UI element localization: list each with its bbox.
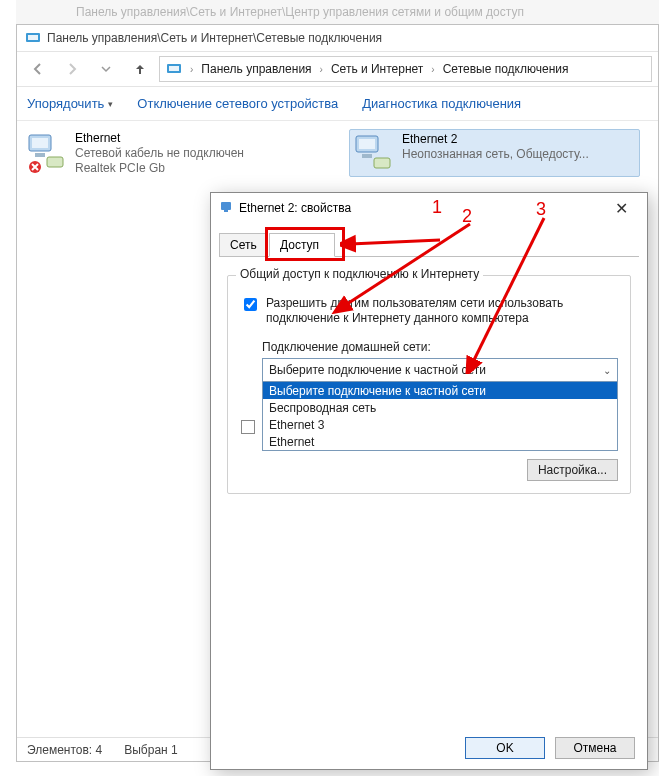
up-button[interactable] [125, 55, 155, 83]
breadcrumb-segment[interactable]: Сеть и Интернет [325, 57, 429, 81]
svg-rect-14 [224, 210, 228, 212]
home-network-label: Подключение домашней сети: [262, 340, 618, 354]
chevron-down-icon: ⌄ [603, 365, 611, 376]
breadcrumb-segment[interactable]: Панель управления [195, 57, 317, 81]
connection-status: Сетевой кабель не подключен [75, 146, 244, 161]
command-bar: Упорядочить▾ Отключение сетевого устройс… [17, 87, 658, 121]
svg-rect-5 [32, 138, 48, 148]
cancel-button[interactable]: Отмена [555, 737, 635, 759]
combo-option[interactable]: Беспроводная сеть [263, 399, 617, 416]
chevron-right-icon: › [318, 64, 325, 75]
group-title: Общий доступ к подключению к Интернету [236, 267, 483, 281]
combo-option[interactable]: Выберите подключение к частной сети [263, 382, 617, 399]
allow-control-checkbox[interactable] [241, 420, 255, 434]
forward-button[interactable] [57, 55, 87, 83]
svg-rect-11 [362, 154, 372, 158]
home-network-combo[interactable]: Выберите подключение к частной сети ⌄ Вы… [262, 358, 618, 451]
dialog-titlebar: Ethernet 2: свойства ✕ [211, 193, 647, 223]
address-bar[interactable]: › Панель управления › Сеть и Интернет › … [159, 56, 652, 82]
ics-group: Общий доступ к подключению к Интернету Р… [227, 275, 631, 494]
status-selected-count: Выбран 1 [124, 743, 177, 757]
dialog-body: Общий доступ к подключению к Интернету Р… [211, 257, 647, 494]
connection-name: Ethernet [75, 131, 244, 146]
connection-item-selected[interactable]: Ethernet 2 Неопознанная сеть, Общедосту.… [349, 129, 640, 177]
background-window-fragment: Панель управления\Сеть и Интернет\Центр … [16, 0, 659, 24]
svg-rect-3 [169, 66, 179, 71]
svg-rect-1 [28, 35, 38, 40]
svg-rect-13 [221, 202, 231, 210]
status-items-count: Элементов: 4 [27, 743, 102, 757]
nav-row: › Панель управления › Сеть и Интернет › … [17, 51, 658, 87]
organize-menu[interactable]: Упорядочить▾ [27, 96, 113, 111]
chevron-right-icon: › [188, 64, 195, 75]
adapter-icon [219, 200, 233, 217]
allow-sharing-label: Разрешить другим пользователям сети испо… [266, 296, 618, 326]
connection-item[interactable]: Ethernet Сетевой кабель не подключен Rea… [25, 131, 244, 176]
settings-button[interactable]: Настройка... [527, 459, 618, 481]
dialog-footer: OK Отмена [465, 737, 635, 759]
svg-rect-6 [35, 153, 45, 157]
recent-dropdown[interactable] [91, 55, 121, 83]
diagnose-button[interactable]: Диагностика подключения [362, 96, 521, 111]
allow-sharing-checkbox[interactable] [244, 298, 257, 311]
network-adapter-icon [25, 131, 67, 173]
window-icon [25, 30, 41, 46]
window-title: Панель управления\Сеть и Интернет\Сетевы… [47, 31, 382, 45]
connection-device: Realtek PCIe Gb [75, 161, 244, 176]
tab-strip: Сеть Доступ [219, 229, 639, 257]
tab-sharing[interactable]: Доступ [269, 233, 335, 257]
disable-device-button[interactable]: Отключение сетевого устройства [137, 96, 338, 111]
combo-selected-value: Выберите подключение к частной сети [269, 363, 486, 377]
chevron-right-icon: › [429, 64, 436, 75]
tab-network[interactable]: Сеть [219, 233, 267, 257]
combo-option[interactable]: Ethernet 3 [263, 416, 617, 433]
svg-rect-10 [359, 139, 375, 149]
titlebar: Панель управления\Сеть и Интернет\Сетевы… [17, 25, 658, 51]
close-button[interactable]: ✕ [603, 195, 639, 221]
chevron-down-icon: ▾ [108, 99, 113, 109]
connection-name: Ethernet 2 [402, 132, 589, 147]
ok-button[interactable]: OK [465, 737, 545, 759]
svg-rect-12 [374, 158, 390, 168]
breadcrumb-segment[interactable]: Сетевые подключения [437, 57, 575, 81]
ethernet-properties-dialog: Ethernet 2: свойства ✕ Сеть Доступ Общий… [210, 192, 648, 770]
combo-dropdown-list: Выберите подключение к частной сети Бесп… [263, 381, 617, 450]
dialog-title: Ethernet 2: свойства [239, 201, 351, 215]
connection-status: Неопознанная сеть, Общедосту... [402, 147, 589, 162]
address-icon [160, 57, 188, 81]
back-button[interactable] [23, 55, 53, 83]
combo-option[interactable]: Ethernet [263, 433, 617, 450]
svg-rect-7 [47, 157, 63, 167]
network-adapter-icon [352, 132, 394, 174]
